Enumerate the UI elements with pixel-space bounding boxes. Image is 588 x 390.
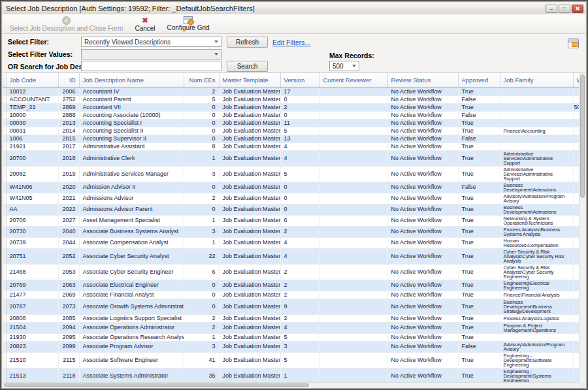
column-header-approved[interactable]: Approved <box>458 73 500 88</box>
column-header-id[interactable]: ID <box>58 73 79 88</box>
horizontal-scrollbar-thumb[interactable] <box>4 383 309 387</box>
column-header-wo[interactable]: Wo <box>573 73 579 88</box>
column-header-job-family[interactable]: Job Family <box>500 73 573 88</box>
filter-panel: Select Filter: Recently Viewed Descripti… <box>3 34 585 73</box>
table-row[interactable]: 21513 2118 Associate Systems Administrat… <box>3 368 579 382</box>
cell-current-reviewer <box>319 341 387 352</box>
column-header-master-template[interactable]: Master Template <box>219 73 280 88</box>
cell-job-code: 10000 <box>6 111 58 119</box>
table-row[interactable]: 21468 2053 Associate Cyber Security Engi… <box>3 264 579 280</box>
column-header-review-status[interactable]: Review Status <box>387 73 458 88</box>
column-header-num-ees[interactable]: Num EEs <box>184 73 219 88</box>
cell-job-description-name: Associate Operations Administrator <box>79 322 184 333</box>
horizontal-scrollbar[interactable] <box>3 382 579 387</box>
search-input[interactable] <box>81 61 221 71</box>
search-button[interactable]: Search <box>227 61 268 72</box>
table-row[interactable]: 20706 2027 Asset Management Specialist 1… <box>3 215 579 226</box>
grid-options-icon[interactable] <box>568 39 579 48</box>
table-row[interactable]: 20082 2019 Administrative Services Manag… <box>3 166 579 182</box>
table-row[interactable]: 00031 2014 Accounting Specialist II 0 Jo… <box>3 127 579 135</box>
column-header-job-code[interactable]: Job Code <box>6 73 58 88</box>
cell-approved: True <box>458 193 500 204</box>
cell-job-family: Finance\Accounting <box>500 127 573 135</box>
table-row[interactable]: 20769 2063 Associate Electrical Engineer… <box>3 280 579 291</box>
cell-job-code: AA <box>6 204 58 215</box>
cell-approved: False <box>458 182 500 193</box>
vertical-scrollbar-thumb[interactable] <box>580 74 585 198</box>
configure-grid-button[interactable]: Configure Grid <box>164 15 213 33</box>
maximize-button[interactable]: □ <box>559 5 570 13</box>
cell-id: 2099 <box>58 341 79 352</box>
select-and-close-button[interactable]: ✓ Select Job Description and Close Form <box>7 15 126 33</box>
cell-job-description-name: Accountant VII <box>79 103 184 111</box>
cell-review-status: No Active Workflow <box>387 88 458 95</box>
table-row[interactable]: 00030 2013 Accounting Specialist I 0 Job… <box>3 119 579 127</box>
table-row[interactable]: 21510 2115 Associate Software Engineer 4… <box>3 352 579 368</box>
table-row[interactable]: W41N05 2021 Admissions Advisor 2 Job Eva… <box>3 193 579 204</box>
cell-master-template: Job Evaluation Master <box>219 280 280 291</box>
table-row[interactable]: AA 2022 Admissions Advisor Parent 0 Job … <box>3 204 579 215</box>
edit-filters-link[interactable]: Edit Filters... <box>272 39 310 46</box>
table-row[interactable]: TEMP_21 2869 Accountant VII 0 Job Evalua… <box>3 103 579 111</box>
cell-wo <box>573 352 579 368</box>
table-row[interactable]: 20787 2073 Associate Growth Systems Admi… <box>3 299 579 314</box>
chevron-down-icon <box>214 41 218 43</box>
cell-version: 11 <box>280 119 319 127</box>
table-row[interactable]: 10012 2006 Accountant IV 2 Job Evaluatio… <box>3 88 579 95</box>
cell-job-description-name: Associate Operations Research Analyst <box>79 333 184 341</box>
cell-job-family <box>500 88 573 95</box>
cell-job-family: Process Analysis\Business Systems Analys… <box>500 226 573 237</box>
cell-job-description-name: Associate Software Engineer <box>79 352 184 368</box>
cell-review-status: No Active Workflow <box>387 368 458 382</box>
table-row[interactable]: 10000 2888 Accounting Associate (10000) … <box>3 111 579 119</box>
table-row[interactable]: 20823 2099 Associate Program Advisor 3 J… <box>3 341 579 352</box>
cell-review-status: No Active Workflow <box>387 135 458 142</box>
column-header-version[interactable]: Version <box>280 73 319 88</box>
cell-wo <box>573 127 579 135</box>
refresh-button[interactable]: Refresh <box>227 37 268 48</box>
cell-job-family: Engineering - Development\Software Engin… <box>500 352 573 368</box>
cell-job-code: 21504 <box>6 322 58 333</box>
table-row[interactable]: W41N06 2020 Admission Advisor II 0 Job E… <box>3 182 579 193</box>
table-row[interactable]: 20700 2018 Administrative Clerk 1 Job Ev… <box>3 150 579 166</box>
cell-master-template: Job Evaluation Master <box>219 237 280 248</box>
table-row[interactable]: 20739 2044 Associate Compensation Analys… <box>3 237 579 248</box>
close-button[interactable]: ✖ <box>572 5 583 13</box>
cell-review-status: No Active Workflow <box>387 127 458 135</box>
cell-job-family: Administrative Services\Administrative S… <box>500 166 573 182</box>
cell-id: 2085 <box>58 314 79 322</box>
column-header-job-description-name[interactable]: Job Description Name <box>79 73 184 88</box>
table-row[interactable]: 20730 2040 Associate Business Systems An… <box>3 226 579 237</box>
table-row[interactable]: 20751 2052 Associate Cyber Security Anal… <box>3 248 579 264</box>
select-filter-combobox[interactable]: Recently Viewed Descriptions <box>81 37 221 47</box>
column-header-current-reviewer[interactable]: Current Reviewer <box>319 73 387 88</box>
cell-current-reviewer <box>319 103 387 111</box>
cell-approved: True <box>458 280 500 291</box>
window-controls: – □ ✖ <box>546 5 583 13</box>
select-filter-values-combobox[interactable] <box>81 49 221 59</box>
cell-version: 9 <box>280 299 319 314</box>
table-row[interactable]: 21504 2094 Associate Operations Administ… <box>3 322 579 333</box>
table-row[interactable]: 21921 2017 Administrative Assistant 8 Jo… <box>3 142 579 150</box>
cell-job-family: Networking & System Operations\Technicia… <box>500 215 573 226</box>
cell-review-status: No Active Workflow <box>387 280 458 291</box>
cell-wo <box>573 193 579 204</box>
max-records-combobox[interactable]: 500 <box>329 61 359 71</box>
minimize-button[interactable]: – <box>546 5 557 13</box>
cell-version: 2 <box>280 291 319 299</box>
cell-master-template: Job Evaluation Master <box>219 135 280 142</box>
cell-approved: True <box>458 291 500 299</box>
vertical-scrollbar[interactable] <box>579 73 585 382</box>
table-row[interactable]: ACCOUNTANT 2752 Accountant Parent 5 Job … <box>3 95 579 103</box>
table-row[interactable]: 21477 2069 Associate Financial Analyst 0… <box>3 291 579 299</box>
cell-job-description-name: Associate Cyber Security Engineer <box>79 264 184 280</box>
cancel-button[interactable]: ✖ Cancel <box>131 15 158 33</box>
cell-master-template: Job Evaluation Master <box>219 352 280 368</box>
table-row[interactable]: 21930 2095 Associate Operations Research… <box>3 333 579 341</box>
cell-approved: True <box>458 352 500 368</box>
cell-job-code: 1006 <box>6 135 58 142</box>
cell-job-code: 00030 <box>6 119 58 127</box>
table-row[interactable]: 20808 2085 Associate Logistics Support S… <box>3 314 579 322</box>
cell-approved: False <box>458 341 500 352</box>
table-row[interactable]: 1006 2015 Accounting Supervisor II 0 Job… <box>3 135 579 142</box>
